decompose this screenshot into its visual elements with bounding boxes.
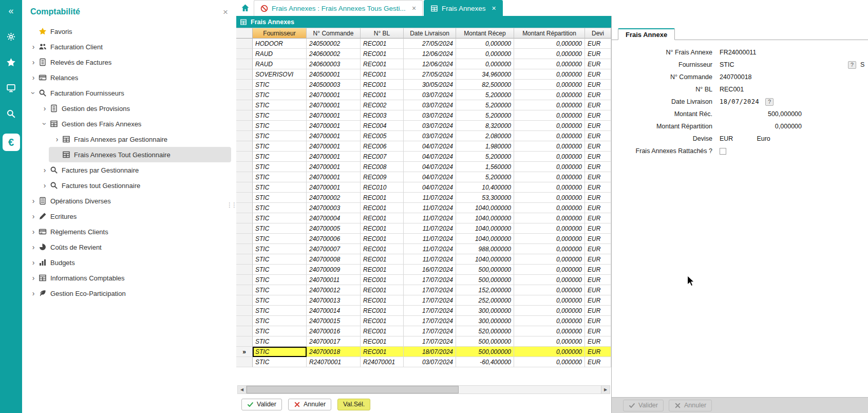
cell[interactable]: 240700001 bbox=[307, 110, 361, 121]
table-row[interactable]: STIC240700001REC00904/07/20245,2000000,0… bbox=[236, 172, 611, 182]
cell[interactable]: 240700013 bbox=[307, 295, 361, 306]
help-button[interactable]: ? bbox=[848, 61, 856, 69]
cell[interactable]: 240700001 bbox=[307, 172, 361, 182]
cell[interactable]: 11/07/2024 bbox=[404, 234, 456, 244]
cell[interactable]: REC001 bbox=[361, 80, 404, 90]
sidebar-item[interactable]: ›Opérations Diverses bbox=[25, 193, 231, 209]
cell[interactable]: 8,320000 bbox=[456, 121, 514, 131]
row-selector[interactable] bbox=[236, 336, 253, 347]
cell[interactable]: EUR bbox=[585, 275, 611, 285]
cell[interactable]: EUR bbox=[585, 285, 611, 295]
sidebar-item[interactable]: ›Factures par Gestionnaire bbox=[36, 162, 231, 178]
cell[interactable]: REC001 bbox=[361, 265, 404, 275]
cell[interactable]: 1040,000000 bbox=[456, 234, 514, 244]
cell[interactable]: 0,000000 bbox=[514, 69, 585, 80]
annuler-button[interactable]: Annuler bbox=[288, 399, 331, 410]
sidebar-item[interactable]: ›Budgets bbox=[25, 255, 231, 270]
row-selector[interactable] bbox=[236, 223, 253, 234]
cell[interactable]: 240500001 bbox=[307, 69, 361, 80]
cell[interactable]: EUR bbox=[585, 244, 611, 254]
cell[interactable]: REC003 bbox=[361, 110, 404, 121]
cell[interactable]: REC010 bbox=[361, 182, 404, 193]
cell[interactable]: 11/07/2024 bbox=[404, 203, 456, 213]
cell[interactable]: 03/07/2024 bbox=[404, 90, 456, 100]
cell[interactable]: STIC bbox=[253, 223, 307, 234]
cell[interactable]: 0,000000 bbox=[514, 234, 585, 244]
cell[interactable]: RAUD bbox=[253, 59, 307, 69]
cell[interactable]: EUR bbox=[585, 306, 611, 316]
home-tab[interactable] bbox=[236, 0, 254, 16]
cell[interactable]: 1,980000 bbox=[456, 141, 514, 152]
cell[interactable]: EUR bbox=[585, 265, 611, 275]
cell[interactable]: 0,000000 bbox=[514, 347, 585, 357]
cell[interactable]: 0,000000 bbox=[514, 141, 585, 152]
cell[interactable]: REC001 bbox=[361, 49, 404, 59]
cell[interactable]: 5,200000 bbox=[456, 152, 514, 162]
table-row[interactable]: STIC240700001REC00704/07/20245,2000000,0… bbox=[236, 152, 611, 162]
frais-annexes-rattaches-checkbox[interactable] bbox=[720, 148, 726, 155]
cell[interactable]: 27/05/2024 bbox=[404, 69, 456, 80]
cell[interactable]: 240700017 bbox=[307, 336, 361, 347]
cell[interactable]: STIC bbox=[253, 285, 307, 295]
cell[interactable]: REC001 bbox=[361, 59, 404, 69]
cell[interactable]: 0,000000 bbox=[514, 295, 585, 306]
table-row[interactable]: STIC240700001REC00303/07/20245,2000000,0… bbox=[236, 110, 611, 121]
cell[interactable]: EUR bbox=[585, 223, 611, 234]
cell[interactable]: 17/07/2024 bbox=[404, 285, 456, 295]
cell[interactable]: STIC bbox=[253, 234, 307, 244]
cell[interactable]: EUR bbox=[585, 203, 611, 213]
cell[interactable]: 240700001 bbox=[307, 152, 361, 162]
table-row[interactable]: STIC240700014REC00117/07/2024300,0000000… bbox=[236, 306, 611, 316]
cell[interactable]: STIC bbox=[253, 254, 307, 265]
cell[interactable]: 240700001 bbox=[307, 182, 361, 193]
row-selector[interactable] bbox=[236, 69, 253, 80]
cell[interactable]: 240500003 bbox=[307, 80, 361, 90]
cell[interactable]: REC001 bbox=[361, 234, 404, 244]
cell[interactable]: 0,000000 bbox=[514, 49, 585, 59]
detail-tab[interactable]: Frais Annexe bbox=[618, 28, 675, 40]
detail-valider-button[interactable]: Valider bbox=[623, 400, 664, 411]
cell[interactable]: REC001 bbox=[361, 336, 404, 347]
table-row[interactable]: STIC240700001REC00804/07/20241,5600000,0… bbox=[236, 162, 611, 172]
sidebar-item[interactable]: ›Relances bbox=[25, 70, 231, 85]
row-selector[interactable] bbox=[236, 162, 253, 172]
cell[interactable]: STIC bbox=[253, 275, 307, 285]
cell[interactable]: 240700011 bbox=[307, 275, 361, 285]
table-row[interactable]: RAUD240600003REC00112/06/20240,0000000,0… bbox=[236, 59, 611, 69]
table-row[interactable]: STIC240700003REC00111/07/20241040,000000… bbox=[236, 203, 611, 213]
cell[interactable]: REC001 bbox=[361, 326, 404, 336]
cell[interactable]: 240700001 bbox=[307, 100, 361, 110]
cell[interactable]: REC001 bbox=[361, 193, 404, 203]
row-selector[interactable] bbox=[236, 59, 253, 69]
field-value[interactable]: REC001 bbox=[720, 86, 744, 93]
cell[interactable]: RAUD bbox=[253, 49, 307, 59]
table-row[interactable]: STIC240700001REC00203/07/20245,2000000,0… bbox=[236, 100, 611, 110]
cell[interactable]: 0,000000 bbox=[456, 49, 514, 59]
cell[interactable]: REC001 bbox=[361, 213, 404, 223]
cell[interactable]: STIC bbox=[253, 80, 307, 90]
cell[interactable]: 0,000000 bbox=[514, 152, 585, 162]
cell[interactable]: 240700014 bbox=[307, 306, 361, 316]
cell[interactable]: 240700001 bbox=[307, 141, 361, 152]
val-sel-button[interactable]: Val.Sél. bbox=[337, 399, 370, 410]
cell[interactable]: 03/07/2024 bbox=[404, 357, 456, 367]
row-selector[interactable] bbox=[236, 121, 253, 131]
cell[interactable]: STIC bbox=[253, 100, 307, 110]
cell[interactable]: REC001 bbox=[361, 275, 404, 285]
sidebar-splitter[interactable]: ⋮⋮ bbox=[227, 201, 236, 209]
cell[interactable]: STIC bbox=[253, 265, 307, 275]
field-value[interactable]: EUR bbox=[720, 135, 733, 142]
cell[interactable]: 0,000000 bbox=[514, 100, 585, 110]
cell[interactable]: REC001 bbox=[361, 223, 404, 234]
cell[interactable]: EUR bbox=[585, 121, 611, 131]
cell[interactable]: 988,000000 bbox=[456, 244, 514, 254]
sidebar-item[interactable]: ›Gestion Eco-Participation bbox=[25, 286, 231, 301]
cell[interactable]: STIC bbox=[253, 203, 307, 213]
cell[interactable]: 240700001 bbox=[307, 90, 361, 100]
cell[interactable]: 0,000000 bbox=[514, 265, 585, 275]
cell[interactable]: REC001 bbox=[361, 244, 404, 254]
cell[interactable]: 500,000000 bbox=[456, 347, 514, 357]
row-selector[interactable] bbox=[236, 182, 253, 193]
cell[interactable]: 240700016 bbox=[307, 326, 361, 336]
row-selector[interactable] bbox=[236, 80, 253, 90]
